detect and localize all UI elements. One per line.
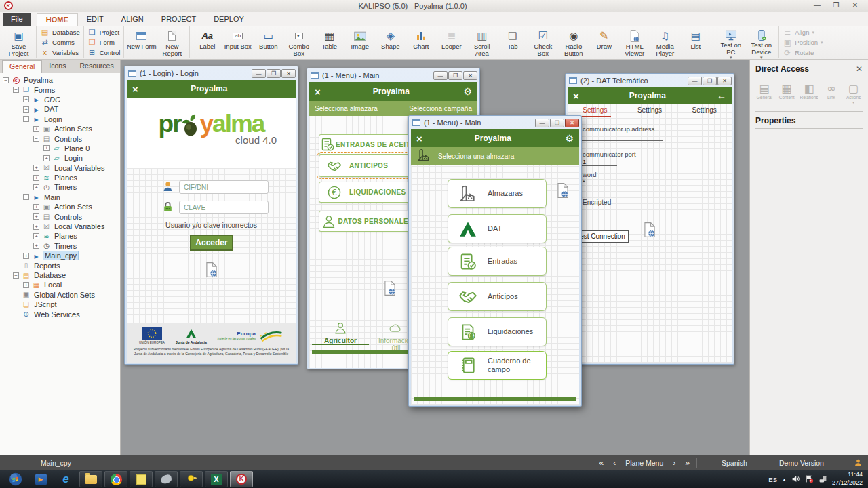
plane-menu-label[interactable]: Plane Menu: [625, 459, 663, 467]
form-button[interactable]: ❐Form: [86, 38, 122, 47]
plus-expander[interactable]: +: [33, 165, 39, 171]
close-icon[interactable]: ×: [573, 90, 579, 102]
radio-button-button[interactable]: ◉Radio Button: [558, 27, 589, 58]
tree-item-local-variables[interactable]: +☒Local Variables: [3, 163, 120, 173]
tree-item-action-sets[interactable]: +▣Action Sets: [3, 202, 120, 211]
taskbar-internet-explorer[interactable]: e: [54, 471, 77, 487]
comms-button[interactable]: ⇄Comms: [39, 38, 81, 47]
project-button[interactable]: ❏Project: [86, 28, 122, 37]
tree-item-forms[interactable]: −❐Forms: [3, 85, 120, 94]
minimize-button[interactable]: —: [535, 119, 549, 127]
minimize-button[interactable]: —: [433, 71, 448, 80]
menu-window-titlebar[interactable]: (1 - Menu) - Main — ❐ ✕: [309, 68, 477, 82]
next-plane-button[interactable]: ›: [673, 458, 675, 468]
field-value-1[interactable]: 1: [583, 158, 586, 165]
plus-expander[interactable]: +: [33, 224, 39, 230]
tree-item-planes[interactable]: +≋Planes: [3, 173, 120, 182]
maximize-button[interactable]: ❐: [267, 69, 281, 78]
sidebar-tab-icons[interactable]: Icons: [42, 60, 73, 73]
ribbon-tab-home[interactable]: HOME: [37, 13, 78, 26]
taskbar-media-player-app[interactable]: ▶: [29, 471, 52, 487]
last-plane-button[interactable]: »: [685, 458, 690, 468]
plus-expander[interactable]: +: [23, 253, 29, 259]
minus-expander[interactable]: −: [33, 136, 39, 142]
field-value-2[interactable]: *: [583, 178, 585, 186]
ribbon-tab-edit[interactable]: EDIT: [78, 13, 113, 26]
popup-button-cuaderno-de-campo[interactable]: Cuaderno de campo: [448, 351, 547, 380]
database-button[interactable]: ▤Database: [39, 28, 81, 37]
tree-item-cdc[interactable]: +▶CDC: [3, 95, 120, 104]
tree-item-global-action-sets[interactable]: ▣Global Action Sets: [3, 290, 120, 300]
popup-button-entradas[interactable]: Entradas: [448, 247, 547, 276]
plus-expander[interactable]: +: [33, 243, 39, 249]
maximize-button[interactable]: ❐: [448, 71, 462, 80]
language-indicator[interactable]: Spanish: [704, 459, 765, 467]
taskbar-kalipso[interactable]: K: [230, 471, 253, 487]
close-button[interactable]: ✕: [846, 1, 864, 10]
tree-item-controls[interactable]: +▤Controls: [3, 211, 120, 221]
taskbar-chrome[interactable]: [104, 471, 127, 487]
clave-input[interactable]: [179, 201, 269, 214]
taskbar-sticky-notes[interactable]: [130, 471, 153, 487]
table-button[interactable]: ▦Table: [314, 27, 344, 58]
tree-item-main_cpy[interactable]: +▶Main_cpy: [3, 251, 120, 260]
tree-item-timers[interactable]: +◷Timers: [3, 241, 120, 251]
selecciona-almazara-label[interactable]: Selecciona almazara: [315, 105, 378, 113]
tree-item-action-sets[interactable]: +▣Action Sets: [3, 124, 120, 134]
tray-language[interactable]: ES: [768, 476, 777, 483]
close-button[interactable]: ✕: [565, 119, 579, 127]
save-project-button[interactable]: ▣Save Project: [3, 27, 34, 58]
action-center-flag-icon[interactable]: [805, 474, 814, 485]
popup-button-anticipos[interactable]: Anticipos: [448, 282, 547, 311]
network-icon[interactable]: [818, 474, 827, 485]
plus-expander[interactable]: +: [33, 204, 39, 210]
bottom-tab-agricultor[interactable]: Agricultor: [319, 321, 362, 344]
close-button[interactable]: ✕: [281, 69, 296, 78]
tree-item-dat[interactable]: +▶DAT: [3, 104, 120, 114]
back-arrow-icon[interactable]: ←: [716, 90, 726, 101]
gear-icon[interactable]: ⚙: [462, 86, 472, 97]
clock[interactable]: 11:44 27/12/2022: [832, 471, 863, 487]
input-box-button[interactable]: abInput Box: [222, 27, 253, 58]
combo-box-button[interactable]: ▾ Combo Box: [283, 27, 314, 58]
speaker-icon[interactable]: [791, 474, 800, 485]
file-tab[interactable]: File: [3, 13, 31, 26]
tree-item-local[interactable]: +▦Local: [3, 280, 120, 289]
sidebar-tab-general[interactable]: General: [2, 60, 42, 73]
user-person-icon[interactable]: [854, 458, 863, 468]
sidebar-tab-resources[interactable]: Resources: [73, 60, 120, 73]
close-button[interactable]: ✕: [463, 71, 477, 80]
close-icon[interactable]: ×: [416, 133, 422, 144]
settings-tab-2[interactable]: Settings: [623, 106, 677, 114]
dat-designer-window[interactable]: (2) - DAT Telemático — ❐ ✕ × Proyalma ← …: [565, 73, 734, 365]
maximize-button[interactable]: ❐: [827, 1, 845, 10]
plus-expander[interactable]: +: [23, 96, 29, 102]
tree-item-poyalma[interactable]: −KPoyalma: [3, 75, 120, 85]
tree-item-database[interactable]: −▤Database: [3, 270, 120, 280]
ribbon-tab-deploy[interactable]: DEPLOY: [205, 13, 253, 26]
taskbar-excel[interactable]: X: [205, 471, 228, 487]
close-icon[interactable]: ×: [132, 83, 138, 95]
close-panel-icon[interactable]: ✕: [856, 64, 863, 74]
maximize-button[interactable]: ❐: [550, 119, 564, 127]
variables-button[interactable]: xVariables: [39, 48, 81, 58]
tab-button[interactable]: ❏Tab: [497, 27, 528, 58]
tree-item-web-services[interactable]: ⊕Web Services: [3, 309, 120, 319]
maximize-button[interactable]: ❐: [703, 77, 717, 85]
selecciona-campana-label[interactable]: Selecciona campaña: [409, 105, 472, 113]
tray-expand-icon[interactable]: ▲: [782, 477, 787, 482]
test-on-pc-button[interactable]: Test on PC▾: [715, 27, 746, 58]
control-button[interactable]: ⊞Control: [86, 48, 122, 58]
draw-button[interactable]: ✎Draw: [589, 27, 619, 58]
gear-icon[interactable]: ⚙: [564, 133, 574, 144]
plus-expander[interactable]: +: [33, 184, 39, 190]
dat-window-titlebar[interactable]: (2) - DAT Telemático — ❐ ✕: [568, 74, 732, 87]
tree-item-planes[interactable]: +≋Planes: [3, 231, 120, 241]
first-plane-button[interactable]: «: [599, 458, 604, 468]
minimize-button[interactable]: —: [688, 77, 702, 85]
login-window-titlebar[interactable]: (1 - Login) - Login — ❐ ✕: [127, 66, 296, 80]
tree-item-reports[interactable]: ▯Reports: [3, 260, 120, 270]
taskbar-start-button[interactable]: [4, 471, 27, 487]
popup-window-titlebar[interactable]: (1 - Menu) - Main — ❐ ✕: [411, 116, 579, 129]
cif-dni-input[interactable]: [179, 180, 269, 194]
